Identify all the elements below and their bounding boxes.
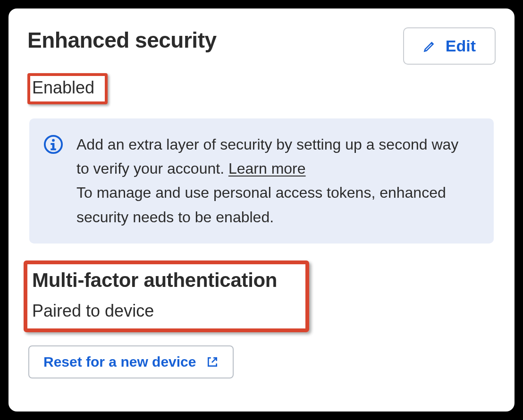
edit-button[interactable]: Edit	[403, 27, 496, 65]
reset-device-label: Reset for a new device	[43, 354, 196, 370]
svg-rect-3	[51, 143, 54, 145]
info-callout: Add an extra layer of security by settin…	[29, 118, 494, 244]
mfa-status: Paired to device	[32, 301, 277, 321]
learn-more-link[interactable]: Learn more	[228, 160, 306, 177]
info-text-part2: To manage and use personal access tokens…	[76, 184, 446, 225]
mfa-title: Multi-factor authentication	[32, 269, 277, 292]
enhanced-security-panel: Enhanced security Edit Enabled Add an ex…	[8, 8, 515, 412]
reset-device-button[interactable]: Reset for a new device	[28, 345, 234, 378]
edit-button-label: Edit	[446, 37, 476, 55]
info-icon	[43, 134, 63, 154]
enabled-status: Enabled	[29, 76, 101, 101]
info-text: Add an extra layer of security by settin…	[76, 133, 475, 229]
pencil-icon	[423, 40, 436, 53]
mfa-highlight: Multi-factor authentication Paired to de…	[24, 260, 309, 332]
enabled-highlight: Enabled	[27, 73, 108, 104]
external-link-icon	[206, 356, 219, 368]
svg-rect-4	[51, 149, 56, 151]
panel-header: Enhanced security Edit	[27, 27, 496, 65]
info-icon-wrap	[43, 133, 63, 229]
svg-point-1	[52, 139, 55, 142]
panel-title: Enhanced security	[27, 27, 217, 53]
